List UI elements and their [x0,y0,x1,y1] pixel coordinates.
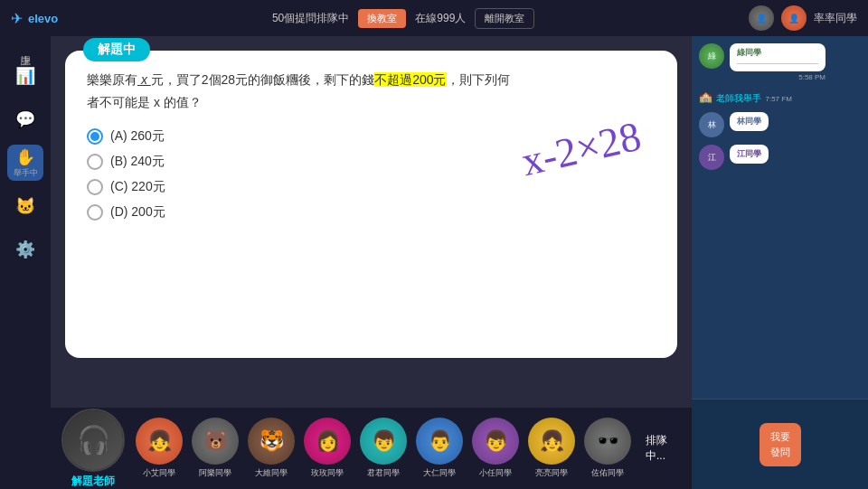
question-panel: 解題中 樂樂原有 x 元，買了2個28元的御飯糰後，剩下的錢不超過200元，則下… [51,36,692,408]
bottom-bar: 🎧 解題老師 👧 小艾同學 🐻 阿樂同學 🐯 大維同學 👩 [51,408,692,489]
student-name-7: 亮亮同學 [535,467,568,479]
student-4: 👦 君君同學 [360,418,407,479]
student-name-6: 小任同學 [479,467,512,479]
student-name-4: 君君同學 [367,467,400,479]
q-text-1: 樂樂原有 [87,72,137,87]
teacher-avatar: 🎧 [61,409,125,472]
top-bar: ✈ elevo 50個提問排隊中 換教室 在線999人 離開教室 👤 👤 率率同… [0,0,868,36]
student-name-5: 大仁同學 [423,467,456,479]
queue-btn-label: 排隊中... [646,433,681,464]
student-1: 🐻 阿樂同學 [192,418,239,479]
teacher-msg-time: 7:57 FM [765,95,791,103]
online-count: 在線999人 [415,11,466,26]
chat-content-0: —————————— [737,59,818,68]
question-card: 解題中 樂樂原有 x 元，買了2個28元的御飯糰後，剩下的錢不超過200元，則下… [65,51,677,358]
ask-question-button[interactable]: 我要 發問 [760,423,801,466]
logo-area: ✈ elevo [11,10,58,27]
sidebar-raise-hand[interactable]: ✋ 舉手中 [7,145,43,181]
student-avatar-5: 👨 [416,418,463,465]
teacher-avatar-inner: 🎧 [63,410,123,470]
raise-hand-label: 舉手中 [14,167,38,179]
student-avatar-2: 🐯 [248,418,295,465]
chat-input-area: 我要 發問 [692,399,868,489]
student-avatar-0: 👧 [136,418,183,465]
chat-bubble-2: 江同學 [730,145,769,164]
student-3: 👩 玫玫同學 [304,418,351,479]
student-name-0: 小艾同學 [143,467,175,479]
radio-c[interactable] [87,179,103,195]
chat-sender-2: 江同學 [737,148,761,160]
chat-msg-1: 林 林同學 [699,112,861,137]
student-avatar-7: 👧 [528,418,575,465]
ask-btn-line2: 發問 [770,446,790,459]
option-d-label: (D) 200元 [110,204,165,221]
student-avatar-3: 👩 [304,418,351,465]
teacher-section: 🎧 解題老師 [61,409,125,489]
content-area: 解題中 樂樂原有 x 元，買了2個28元的御飯糰後，剩下的錢不超過200元，則下… [51,36,692,489]
radio-a[interactable] [87,128,103,145]
queue-button[interactable]: 排隊中... [646,433,681,464]
chat-avatar-0: 綠 [699,43,724,69]
radio-b[interactable] [87,154,103,170]
q-text-2: 元，買了2個28元的御飯糰後，剩下的錢 [151,72,374,87]
student-name-2: 大維同學 [255,467,288,479]
student-2: 🐯 大維同學 [248,418,295,479]
top-right: 👤 👤 率率同學 [749,5,857,31]
students-row: 👧 小艾同學 🐻 阿樂同學 🐯 大維同學 👩 玫玫同學 👦 君君同 [136,418,631,479]
avatar-icon: 🐱 [15,196,35,216]
user-avatar: 👤 [781,5,807,31]
student-avatar-1: 🐻 [192,418,239,465]
chat-sender-0: 綠同學 [737,47,818,59]
student-name-3: 玫玫同學 [311,467,344,479]
chat-time-0: 5:58 PM [798,73,826,81]
teacher-label: 解題老師 [71,474,115,489]
option-b-label: (B) 240元 [110,154,165,170]
sidebar-settings-icon[interactable]: ⚙️ [7,231,43,268]
chat-area: 綠 綠同學 —————————— 5:58 PM 🏫 老師我舉手 7:57 FM [692,36,868,399]
option-a-label: (A) 260元 [110,128,165,145]
student-8: 🕶️ 佐佑同學 [584,418,631,479]
chat-bubble-0: 綠同學 —————————— [730,43,826,71]
chat-bubble-1: 林同學 [730,112,769,131]
q-highlight: 不超過200元 [374,72,446,87]
q-variable: x [137,72,151,87]
chat-avatar-2: 江 [699,145,724,170]
logo-icon: ✈ [11,10,23,27]
student-avatar-6: 👦 [472,418,519,465]
queue-text: 50個提問排隊中 [272,11,349,26]
student-5: 👨 大仁同學 [416,418,463,479]
option-c[interactable]: (C) 220元 [87,179,656,195]
chat-msg-0: 綠 綠同學 —————————— 5:58 PM [699,43,861,81]
teacher-msg-icon: 🏫 [699,90,712,103]
user-name: 率率同學 [814,11,857,26]
sidebar-chart-icon[interactable]: 📊 [7,58,43,94]
handwriting-annotation: x-2×28 [519,118,644,177]
teacher-msg-row: 🏫 老師我舉手 7:57 FM [699,89,861,105]
main-layout: 上課中 📊 💬 ✋ 舉手中 🐱 ⚙️ 解題中 樂樂原有 x 元，買了2個28元的… [0,36,868,489]
user-avatar-small: 👤 [749,5,774,31]
switch-classroom-button[interactable]: 換教室 [358,9,406,28]
raise-hand-icon: ✋ [15,147,35,167]
option-c-label: (C) 220元 [110,179,165,195]
radio-a-inner [90,132,99,141]
question-text: 樂樂原有 x 元，買了2個28元的御飯糰後，剩下的錢不超過200元，則下列何者不… [87,69,656,114]
option-d[interactable]: (D) 200元 [87,204,656,221]
sidebar-chat-icon[interactable]: 💬 [7,101,43,137]
student-6: 👦 小任同學 [472,418,519,479]
right-panel: 綠 綠同學 —————————— 5:58 PM 🏫 老師我舉手 7:57 FM [692,36,868,489]
student-name-8: 佐佑同學 [591,467,624,479]
radio-d[interactable] [87,204,103,221]
teacher-msg-text: 老師我舉手 [716,93,761,103]
logo-text: elevo [28,12,58,25]
chat-avatar-1: 林 [699,112,724,137]
leave-classroom-button[interactable]: 離開教室 [475,8,534,29]
top-center: 50個提問排隊中 換教室 在線999人 離開教室 [272,8,534,29]
sidebar-avatar-icon[interactable]: 🐱 [7,188,43,224]
ask-btn-line1: 我要 [770,430,790,444]
student-avatar-8: 🕶️ [584,418,631,465]
chat-msg-2: 江 江同學 [699,145,861,170]
student-name-1: 阿樂同學 [199,467,231,479]
chart-icon: 📊 [15,66,35,86]
student-0: 👧 小艾同學 [136,418,183,479]
student-avatar-4: 👦 [360,418,407,465]
